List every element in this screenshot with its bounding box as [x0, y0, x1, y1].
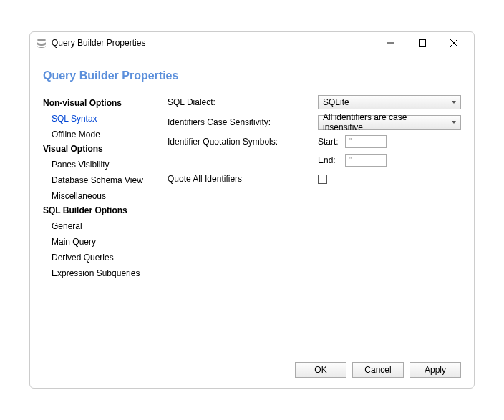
dialog-buttons: OK Cancel Apply [43, 355, 461, 381]
sidebar-item-derived-queries[interactable]: Derived Queries [52, 251, 152, 264]
app-icon [36, 37, 47, 49]
quote-all-label: Quote All Identifiers [168, 174, 318, 184]
window-controls [382, 34, 462, 52]
quotation-end-label: End: [318, 155, 345, 165]
content-area: Query Builder Properties Non-visual Opti… [30, 54, 474, 388]
case-sensitivity-value: All identifiers are case insensitive [323, 112, 447, 132]
titlebar: Query Builder Properties [30, 32, 474, 54]
quotation-end-input[interactable] [345, 154, 387, 167]
case-sensitivity-dropdown[interactable]: All identifiers are case insensitive [318, 115, 461, 130]
options-sidebar: Non-visual Options SQL Syntax Offline Mo… [43, 95, 158, 355]
sql-dialect-dropdown[interactable]: SQLite [318, 95, 461, 109]
sql-dialect-label: SQL Dialect: [168, 97, 318, 107]
page-heading: Query Builder Properties [43, 69, 461, 82]
main-panel: Non-visual Options SQL Syntax Offline Mo… [43, 95, 461, 355]
quote-all-row: Quote All Identifiers [168, 174, 461, 184]
sidebar-item-sql-syntax[interactable]: SQL Syntax [52, 112, 152, 125]
maximize-icon [419, 39, 426, 47]
sidebar-item-miscellaneous[interactable]: Miscellaneous [52, 190, 152, 202]
sidebar-group-nonvisual[interactable]: Non-visual Options [43, 98, 152, 108]
close-button[interactable] [445, 34, 462, 52]
maximize-button[interactable] [414, 34, 431, 52]
minimize-icon [387, 39, 394, 47]
sidebar-item-db-schema-view[interactable]: Database Schema View [52, 174, 152, 187]
quotation-end-row: End: [168, 154, 461, 167]
case-sensitivity-row: Identifiers Case Sensitivity: All identi… [168, 115, 461, 130]
sql-dialect-value: SQLite [323, 97, 349, 107]
sidebar-item-main-query[interactable]: Main Query [52, 235, 152, 248]
sidebar-item-general[interactable]: General [52, 220, 152, 233]
dialog-window: Query Builder Properties Query Builder P… [29, 31, 475, 389]
svg-rect-1 [420, 40, 426, 47]
quotation-start-row: Identifier Quotation Symbols: Start: [168, 135, 461, 148]
window-title: Query Builder Properties [52, 38, 382, 48]
sidebar-group-sql-builder[interactable]: SQL Builder Options [43, 205, 152, 215]
close-icon [450, 39, 457, 47]
form-pane: SQL Dialect: SQLite Identifiers Case Sen… [158, 95, 461, 355]
minimize-button[interactable] [382, 34, 399, 52]
sql-dialect-row: SQL Dialect: SQLite [168, 95, 461, 109]
sidebar-item-offline-mode[interactable]: Offline Mode [52, 128, 152, 141]
ok-button[interactable]: OK [295, 362, 346, 378]
sidebar-item-panes-visibility[interactable]: Panes Visibility [52, 158, 152, 171]
quotation-start-input[interactable] [345, 135, 387, 148]
sidebar-group-visual[interactable]: Visual Options [43, 144, 152, 154]
case-sensitivity-label: Identifiers Case Sensitivity: [168, 117, 318, 127]
quotation-label: Identifier Quotation Symbols: [168, 137, 318, 147]
sidebar-item-expression-subqueries[interactable]: Expression Subqueries [52, 267, 152, 280]
cancel-button[interactable]: Cancel [352, 362, 404, 378]
quotation-start-label: Start: [318, 137, 345, 147]
quote-all-checkbox[interactable] [318, 175, 327, 184]
apply-button[interactable]: Apply [410, 362, 461, 378]
